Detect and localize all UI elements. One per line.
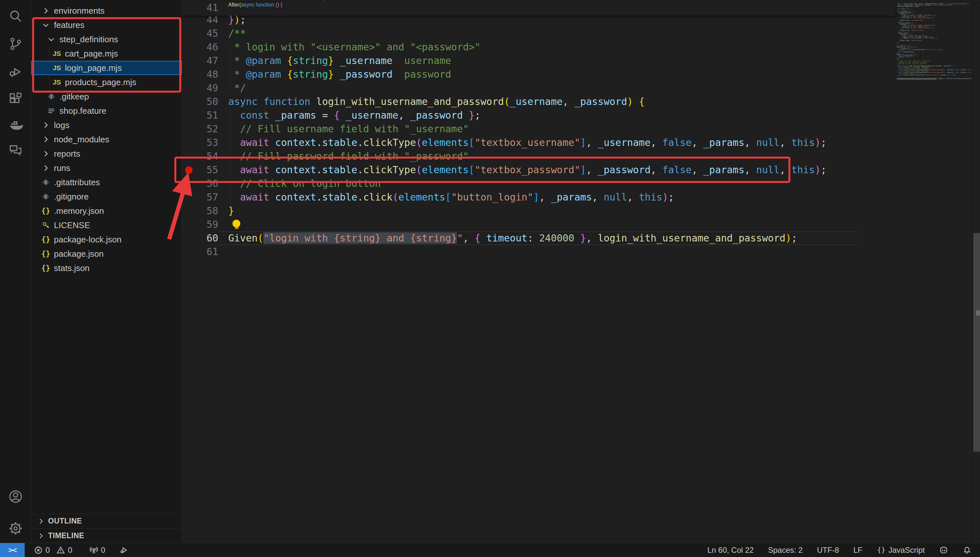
debug-status-button[interactable] <box>120 546 128 555</box>
key-icon <box>40 220 51 231</box>
status-lf[interactable]: LF <box>853 546 862 555</box>
copilot-icon <box>939 546 948 555</box>
tree-item-step-definitions[interactable]: step_definitions <box>31 32 182 46</box>
tree-item-runs[interactable]: runs <box>31 161 182 175</box>
code-line-45[interactable]: 45/** <box>182 27 908 40</box>
tree-item-node-modules[interactable]: node_modules <box>31 132 182 147</box>
status-javascript[interactable]: JavaScript <box>877 546 925 555</box>
code-line-46[interactable]: 46 * login with "<username>" and "<passw… <box>182 40 908 54</box>
editor-scrollbar-thumb[interactable] <box>973 233 980 452</box>
line-number[interactable]: 56 <box>182 177 218 191</box>
status-copilot[interactable] <box>939 546 948 555</box>
code-line-54[interactable]: 54 // Fill password field with "_passwor… <box>182 150 908 163</box>
tree-item-cart-page-mjs[interactable]: JScart_page.mjs <box>31 46 182 61</box>
tree-item--gitkeep[interactable]: .gitkeep <box>31 90 182 104</box>
code-line-56[interactable]: 56 // Click on login button <box>182 177 908 191</box>
tree-item-label: .gitattributes <box>54 178 100 187</box>
settings-gear-icon[interactable] <box>0 515 31 542</box>
comments-icon[interactable] <box>0 137 31 164</box>
status-ln-60-col-22[interactable]: Ln 60, Col 22 <box>707 546 754 555</box>
tree-item-logs[interactable]: logs <box>31 118 182 132</box>
line-number[interactable]: 52 <box>182 122 218 136</box>
search-icon[interactable] <box>0 3 31 30</box>
line-number[interactable]: 51 <box>182 109 218 122</box>
extensions-icon[interactable] <box>0 85 31 113</box>
git-icon <box>40 191 51 202</box>
line-number[interactable]: 48 <box>182 68 218 81</box>
tree-item-license[interactable]: LICENSE <box>31 218 182 232</box>
code-line-48[interactable]: 48 * @param {string} _password password <box>182 68 908 81</box>
problems-button[interactable]: 0 0 <box>34 546 72 555</box>
line-number[interactable]: 58 <box>182 204 218 218</box>
code-line-59[interactable]: 59 <box>182 218 908 231</box>
tree-item-label: stats.json <box>54 263 89 273</box>
tree-item-reports[interactable]: reports <box>31 147 182 161</box>
line-number[interactable]: 59 <box>182 218 218 231</box>
chevron-right-icon <box>40 134 51 145</box>
sticky-line-number: 41 <box>182 2 218 13</box>
tree-item-environments[interactable]: environments <box>31 3 182 18</box>
status-spaces-2[interactable]: Spaces: 2 <box>768 546 803 555</box>
code-line-53[interactable]: 53 await context.stable.clickType(elemen… <box>182 136 908 150</box>
indent-guide <box>230 40 230 94</box>
tree-item--memory-json[interactable]: {}.memory.json <box>31 204 182 218</box>
line-number[interactable]: 60 <box>182 231 218 245</box>
breakpoint-dot[interactable] <box>185 166 193 174</box>
tree-item--gitignore[interactable]: .gitignore <box>31 189 182 204</box>
line-number[interactable]: 50 <box>182 95 218 109</box>
tree-item-label: LICENSE <box>54 220 90 230</box>
tree-item-package-json[interactable]: {}package.json <box>31 247 182 261</box>
tree-item-label: .memory.json <box>54 206 104 216</box>
tree-item-features[interactable]: features <box>31 18 182 32</box>
error-icon <box>34 546 43 555</box>
tree-item-label: package-lock.json <box>54 235 122 245</box>
status-utf-8[interactable]: UTF-8 <box>817 546 839 555</box>
docker-icon[interactable] <box>0 111 31 139</box>
tree-item-package-lock-json[interactable]: {}package-lock.json <box>31 232 182 247</box>
code-line-52[interactable]: 52 // Fill username field with "_usernam… <box>182 122 908 136</box>
run-and-debug-icon[interactable] <box>0 58 31 85</box>
tree-item-label: shop.feature <box>59 106 107 116</box>
status-bell[interactable] <box>962 546 972 555</box>
chevron-right-icon <box>37 517 45 525</box>
minimap-selection-marker <box>897 78 936 80</box>
line-number[interactable]: 53 <box>182 136 218 150</box>
line-number[interactable]: 45 <box>182 27 218 40</box>
line-number[interactable]: 49 <box>182 81 218 95</box>
tree-item-label: environments <box>54 6 105 16</box>
source-control-icon[interactable] <box>0 30 31 57</box>
code-line-61[interactable]: 61 <box>182 245 908 259</box>
remote-indicator[interactable]: >< <box>0 543 25 557</box>
status-item-label: LF <box>853 546 862 555</box>
code-line-57[interactable]: 57 await context.stable.click(elements["… <box>182 191 908 204</box>
remote-icon: >< <box>8 546 16 555</box>
git-icon <box>40 177 51 188</box>
sticky-scroll-line[interactable]: 41 After(async function () { <box>182 2 895 16</box>
code-line-47[interactable]: 47 * @param {string} _username username <box>182 54 908 68</box>
code-editor[interactable]: context = null; 44});45/**46 * login wit… <box>182 0 980 543</box>
tree-indent-guide <box>49 46 50 90</box>
line-number[interactable]: 47 <box>182 54 218 68</box>
timeline-section-header[interactable]: TIMELINE <box>31 528 182 543</box>
lightbulb-icon[interactable] <box>232 220 241 230</box>
line-number[interactable]: 57 <box>182 191 218 204</box>
minimap[interactable]: import { Given, When, Then, After, setDe… <box>897 3 972 231</box>
tree-item--gitattributes[interactable]: .gitattributes <box>31 175 182 189</box>
account-icon[interactable] <box>0 483 31 510</box>
line-number[interactable]: 54 <box>182 150 218 163</box>
outline-section-header[interactable]: OUTLINE <box>31 514 182 528</box>
bell-icon <box>962 546 972 555</box>
code-line-49[interactable]: 49 */ <box>182 81 908 95</box>
ports-button[interactable]: 0 <box>89 546 105 555</box>
line-number[interactable]: 46 <box>182 40 218 54</box>
tree-item-stats-json[interactable]: {}stats.json <box>31 261 182 275</box>
code-line-51[interactable]: 51 const _params = { _username, _passwor… <box>182 109 908 122</box>
code-line-55[interactable]: 55 await context.stable.clickType(elemen… <box>182 163 908 177</box>
code-line-50[interactable]: 50async function login_with_username_and… <box>182 95 908 109</box>
chevron-down-icon <box>40 20 51 31</box>
tree-item-products-page-mjs[interactable]: JSproducts_page.mjs <box>31 75 182 90</box>
line-number[interactable]: 61 <box>182 245 218 259</box>
code-line-58[interactable]: 58} <box>182 204 908 218</box>
tree-item-login-page-mjs[interactable]: JSlogin_page.mjs <box>31 61 182 75</box>
tree-item-shop-feature[interactable]: shop.feature <box>31 104 182 118</box>
